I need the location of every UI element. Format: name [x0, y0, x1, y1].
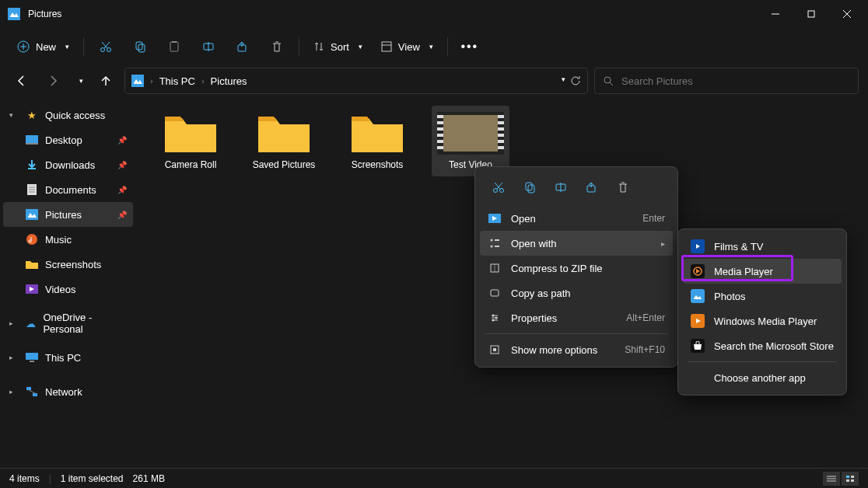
svg-rect-49: [851, 479, 854, 482]
label: Saved Pictures: [253, 159, 316, 170]
more-button[interactable]: •••: [454, 33, 485, 61]
ctx-rename-button[interactable]: [547, 175, 575, 200]
back-button[interactable]: [9, 68, 34, 93]
label: Desktop: [45, 134, 82, 146]
share-icon: [586, 181, 598, 193]
folder-camera-roll[interactable]: Camera Roll: [152, 106, 229, 176]
folder-saved-pictures[interactable]: Saved Pictures: [245, 106, 323, 176]
sort-button[interactable]: Sort ▾: [306, 33, 370, 61]
chevron-right-icon: ▸: [9, 319, 18, 327]
share-button[interactable]: [227, 33, 258, 61]
ctx-copy-path[interactable]: Copy as path: [480, 281, 673, 305]
ctx-cut-button[interactable]: [485, 175, 513, 200]
sidebar-downloads[interactable]: Downloads 📌: [3, 152, 133, 177]
ctx-delete-button[interactable]: [609, 175, 637, 200]
refresh-icon[interactable]: [570, 75, 581, 86]
search-input[interactable]: [621, 75, 850, 87]
scissors-icon: [100, 40, 112, 53]
pin-icon: 📌: [117, 211, 127, 219]
recent-button[interactable]: ▾: [72, 68, 87, 93]
svg-rect-64: [495, 246, 499, 247]
sidebar-thispc[interactable]: ▸ This PC: [3, 345, 133, 370]
svg-line-42: [29, 390, 35, 393]
delete-button[interactable]: [261, 33, 292, 61]
context-menu: Open Enter Open with ▸ Compress to ZIP f…: [474, 166, 678, 368]
new-button[interactable]: New ▾: [9, 33, 77, 61]
up-button[interactable]: [93, 68, 118, 93]
label: Open with: [511, 238, 557, 249]
ctx-show-more[interactable]: Show more options Shift+F10: [480, 337, 673, 362]
rename-icon: [202, 40, 215, 53]
sidebar-desktop[interactable]: Desktop 📌: [3, 127, 133, 152]
ctx-open-with[interactable]: Open with ▸: [480, 231, 673, 256]
paste-button[interactable]: [159, 33, 190, 61]
svg-rect-41: [33, 393, 37, 396]
sidebar-network[interactable]: ▸ Network: [3, 379, 133, 404]
ctx-properties[interactable]: Properties Alt+Enter: [480, 305, 673, 330]
ctx-copy-button[interactable]: [516, 175, 544, 200]
separator: [447, 37, 448, 56]
sidebar-quick-access[interactable]: ▾ ★ Quick access: [3, 103, 133, 127]
label: Screenshots: [45, 259, 101, 270]
forward-button[interactable]: [40, 68, 65, 93]
ellipsis-icon: •••: [460, 40, 478, 54]
ctx-compress-zip[interactable]: Compress to ZIP file: [480, 256, 673, 281]
sidebar-pictures[interactable]: Pictures 📌: [3, 202, 133, 227]
search-box[interactable]: [594, 68, 859, 94]
cut-button[interactable]: [90, 33, 121, 61]
selection-size: 261 MB: [133, 473, 165, 484]
document-icon: [25, 183, 39, 197]
trash-icon: [271, 40, 283, 53]
svg-rect-47: [851, 476, 854, 478]
app-media-player[interactable]: Media Player: [683, 259, 842, 284]
svg-rect-48: [846, 479, 849, 482]
details-view-button[interactable]: [823, 472, 840, 486]
sidebar-videos[interactable]: Videos: [3, 277, 133, 302]
app-photos[interactable]: Photos: [683, 284, 842, 308]
svg-point-51: [500, 189, 504, 193]
chevron-down-icon: ▾: [9, 111, 19, 119]
titlebar: Pictures: [0, 0, 868, 28]
sidebar-music[interactable]: Music: [3, 227, 133, 252]
app-wmp[interactable]: Windows Media Player: [683, 308, 842, 333]
wmp-icon: [691, 314, 705, 328]
label: Music: [45, 234, 72, 246]
download-icon: [25, 158, 39, 172]
open-with-submenu: Films & TV Media Player Photos Windows M…: [677, 228, 847, 396]
navigation-pane: ▾ ★ Quick access Desktop 📌 Downloads 📌 D…: [0, 96, 136, 474]
sidebar-onedrive[interactable]: ▸ ☁ OneDrive - Personal: [3, 311, 133, 336]
svg-point-69: [495, 317, 498, 319]
breadcrumb-thispc[interactable]: This PC: [159, 75, 195, 87]
address-bar[interactable]: › This PC › Pictures ▾: [124, 68, 588, 94]
rename-icon: [555, 181, 567, 193]
more-icon: [488, 344, 502, 355]
choose-another-app[interactable]: Choose another app: [683, 365, 842, 390]
app-films-tv[interactable]: Films & TV: [683, 234, 842, 259]
icons-view-button[interactable]: [842, 472, 859, 486]
pin-icon: 📌: [117, 186, 127, 194]
svg-rect-46: [846, 476, 849, 478]
ctx-share-button[interactable]: [578, 175, 606, 200]
minimize-button[interactable]: [758, 0, 793, 28]
separator: [299, 37, 299, 56]
sidebar-documents[interactable]: Documents 📌: [3, 177, 133, 202]
rename-button[interactable]: [193, 33, 224, 61]
breadcrumb-pictures[interactable]: Pictures: [211, 75, 247, 87]
folder-screenshots[interactable]: Screenshots: [338, 106, 416, 176]
svg-rect-33: [26, 209, 38, 220]
svg-rect-39: [30, 361, 34, 362]
new-label: New: [36, 41, 56, 53]
svg-rect-67: [491, 290, 499, 296]
command-bar: New ▾ Sort ▾ View ▾ •••: [0, 28, 868, 65]
svg-point-24: [604, 77, 611, 83]
media-player-icon: [691, 264, 705, 278]
chevron-down-icon[interactable]: ▾: [562, 75, 565, 86]
sort-icon: [313, 41, 324, 52]
app-store-search[interactable]: Search the Microsoft Store: [683, 333, 842, 358]
copy-button[interactable]: [124, 33, 156, 61]
view-button[interactable]: View ▾: [373, 33, 441, 61]
sidebar-screenshots[interactable]: Screenshots: [3, 252, 133, 277]
ctx-open[interactable]: Open Enter: [480, 206, 673, 231]
maximize-button[interactable]: [793, 0, 829, 28]
close-button[interactable]: [829, 0, 865, 28]
